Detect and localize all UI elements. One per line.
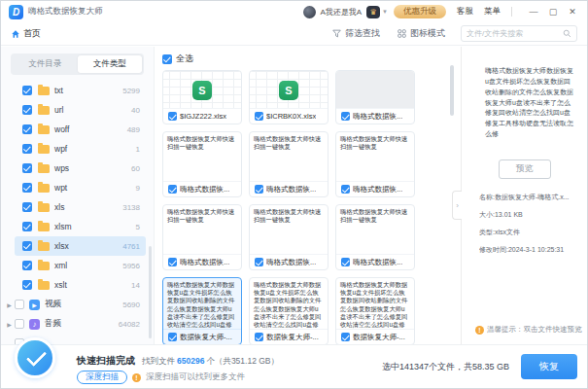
file-checkbox[interactable] <box>341 185 350 194</box>
sidebar-item-wpt[interactable]: wpt9 <box>15 178 146 197</box>
sidebar-item-xls[interactable]: xls3138 <box>15 197 146 217</box>
item-count: 5299 <box>122 87 140 95</box>
sidebar-item-woff[interactable]: woff489 <box>15 120 146 139</box>
file-card[interactable]: 嗨格式数据恢复大师数据恢复u盘文件损坏怎么恢复数据回收站删除的文件怎么恢复数据恢… <box>249 277 329 344</box>
sidebar-item-txt[interactable]: txt5299 <box>15 81 146 100</box>
file-card[interactable]: 嗨格式数据恢复大师快速扫描一键恢复 嗨格式数据恢... <box>162 131 242 197</box>
file-checkbox[interactable] <box>255 258 263 266</box>
checkbox-checked[interactable] <box>22 86 32 95</box>
home-nav[interactable]: 首页 <box>11 27 41 40</box>
file-checkbox[interactable] <box>255 333 263 341</box>
sidebar-item-xml[interactable]: xml5956 <box>15 256 146 275</box>
file-name: 嗨格式数据恢... <box>180 185 229 194</box>
file-card[interactable]: 嗨格式数据恢复大师快速扫描一键恢复 嗨格式数据恢... <box>162 204 242 270</box>
file-grid-scrollbar[interactable] <box>450 65 454 116</box>
panel-collapse-handle[interactable]: › <box>452 191 462 220</box>
file-checkbox[interactable] <box>168 333 177 341</box>
folder-icon <box>38 184 50 193</box>
folder-icon <box>38 164 50 173</box>
select-all[interactable]: 全选 <box>162 52 463 66</box>
upgrade-button[interactable]: 优惠升级 <box>394 5 446 18</box>
checkbox-checked[interactable] <box>22 261 32 270</box>
checkbox-checked[interactable] <box>22 144 32 154</box>
icon-mode-button[interactable]: 图标模式 <box>398 27 445 40</box>
checkbox-checked[interactable] <box>22 241 32 251</box>
checkbox-checked[interactable] <box>22 280 32 290</box>
text-preview: 嗨格式数据恢复大师快速扫描一键恢复 <box>336 205 414 254</box>
file-card[interactable]: 嗨格式数据恢复大师快速扫描一键恢复 嗨格式数据恢... <box>335 131 415 197</box>
sidebar-item-url[interactable]: url40 <box>15 100 146 120</box>
selected-files-summary: 选中141347个文件，共58.35 GB <box>382 361 509 373</box>
menu-button[interactable]: 菜单 <box>484 6 501 18</box>
maximize-button[interactable]: ▢ <box>546 5 560 18</box>
file-card[interactable]: 嗨格式数据恢复大师快速扫描一键恢复 嗨格式数据恢... <box>249 204 329 270</box>
sidebar-item-video[interactable]: ▶▶视频5690 <box>1 295 146 314</box>
footer-bar: 快速扫描完成 找到文件 650296 个（共351.12 GB） 深度扫描 ! … <box>1 344 587 388</box>
vip-dropdown-icon[interactable]: ▼ <box>382 9 388 15</box>
vip-badge-icon[interactable]: ♛ <box>366 6 380 18</box>
close-button[interactable]: ✕ <box>566 5 579 18</box>
item-label: wpf <box>54 144 67 154</box>
checkbox-checked[interactable] <box>22 163 32 173</box>
checkbox-unchecked[interactable] <box>15 319 24 329</box>
file-checkbox[interactable] <box>341 258 350 266</box>
file-card[interactable]: 嗨格式数据恢... <box>335 70 415 124</box>
checkbox-checked[interactable] <box>22 222 32 231</box>
minimize-button[interactable]: — <box>527 5 540 18</box>
text-preview: 嗨格式数据恢复大师快速扫描一键恢复 <box>336 132 414 181</box>
expander-icon[interactable]: ▶ <box>5 301 14 308</box>
search-box[interactable] <box>461 25 577 42</box>
file-card[interactable]: 嗨格式数据恢复大师数据恢复u盘文件损坏怎么恢复数据回收站删除的文件怎么恢复数据恢… <box>335 277 415 344</box>
recover-button[interactable]: 恢复 <box>521 354 577 379</box>
username[interactable]: A我还是我A <box>320 7 362 18</box>
sidebar-item-wpf[interactable]: wpf1 <box>15 139 146 159</box>
file-card[interactable]: S $IGJZ222.xlsx <box>162 70 242 124</box>
checkbox-unchecked[interactable] <box>15 300 24 309</box>
sidebar-scrollbar[interactable] <box>149 246 152 338</box>
file-card[interactable]: S $ICRBK0X.xlsx <box>249 70 329 124</box>
file-checkbox[interactable] <box>255 185 263 194</box>
file-card[interactable]: 嗨格式数据恢复大师快速扫描一键恢复 嗨格式数据恢... <box>249 131 329 197</box>
checkbox-checked[interactable] <box>22 202 32 212</box>
checkbox-checked[interactable] <box>22 105 32 115</box>
file-info: 名称:数据恢复大师-嗨格式.x... 大小:13.01 KB 类型:xlsx文件… <box>479 193 577 255</box>
sidebar-item-wps[interactable]: wps60 <box>15 159 146 178</box>
deep-scan-button[interactable]: 深度扫描 <box>77 371 127 384</box>
file-checkbox[interactable] <box>341 112 350 121</box>
sidebar-item-audio[interactable]: ▶♪音频64082 <box>1 314 146 334</box>
file-checkbox[interactable] <box>341 333 350 341</box>
expander-icon[interactable]: ▶ <box>5 321 14 328</box>
file-card[interactable]: 嗨格式数据恢复大师快速扫描一键恢复 嗨格式数据恢... <box>335 204 415 270</box>
select-all-checkbox[interactable] <box>162 54 172 64</box>
folder-icon <box>38 242 50 251</box>
checkbox-checked[interactable] <box>22 183 32 193</box>
checkbox-checked[interactable] <box>22 124 32 134</box>
scan-status-line: 快速扫描完成 找到文件 650296 个（共351.12 GB） <box>77 354 279 368</box>
file-info-modified: 修改时间:2024-3-1 10:25:31 <box>479 245 577 255</box>
file-checkbox[interactable] <box>168 112 177 121</box>
tab-file-directory[interactable]: 文件目录 <box>13 55 78 73</box>
sidebar-item-xlsm[interactable]: xlsm5 <box>15 217 146 236</box>
sidebar-item-xslt[interactable]: xslt14 <box>15 275 146 295</box>
item-count: 3138 <box>122 203 140 212</box>
title-bar: D 嗨格式数据恢复大师 A我还是我A ♛ ▼ 优惠升级 客服 菜单 — ▢ ✕ <box>1 1 587 22</box>
user-avatar[interactable] <box>303 6 316 18</box>
item-label: url <box>54 105 63 115</box>
file-card-selected[interactable]: 嗨格式数据恢复大师数据恢复u盘文件损坏怎么恢复数据回收站删除的文件怎么恢复数据恢… <box>162 277 242 344</box>
filter-search-label: 筛选查找 <box>345 27 380 40</box>
preview-button[interactable]: 预览 <box>499 159 551 179</box>
file-cards-grid: S $IGJZ222.xlsx S $ICRBK0X.xlsx 嗨格式数据恢..… <box>162 70 463 344</box>
search-input[interactable] <box>467 29 563 38</box>
app-logo-icon: D <box>9 5 23 19</box>
file-checkbox[interactable] <box>255 112 263 121</box>
file-checkbox[interactable] <box>168 258 177 266</box>
file-name: 嗨格式数据恢... <box>353 258 402 267</box>
item-label: 视频 <box>45 299 61 310</box>
panel-tip: ! 温馨提示：双击文件快速预览 <box>475 325 583 335</box>
tab-file-type[interactable]: 文件类型 <box>78 55 143 73</box>
filter-search-button[interactable]: 筛选查找 <box>332 27 380 40</box>
support-button[interactable]: 客服 <box>457 6 473 18</box>
sidebar-item-xlsx[interactable]: xlsx4761 <box>15 236 146 256</box>
file-checkbox[interactable] <box>168 185 177 194</box>
text-preview: 嗨格式数据恢复大师快速扫描一键恢复 <box>250 205 328 254</box>
